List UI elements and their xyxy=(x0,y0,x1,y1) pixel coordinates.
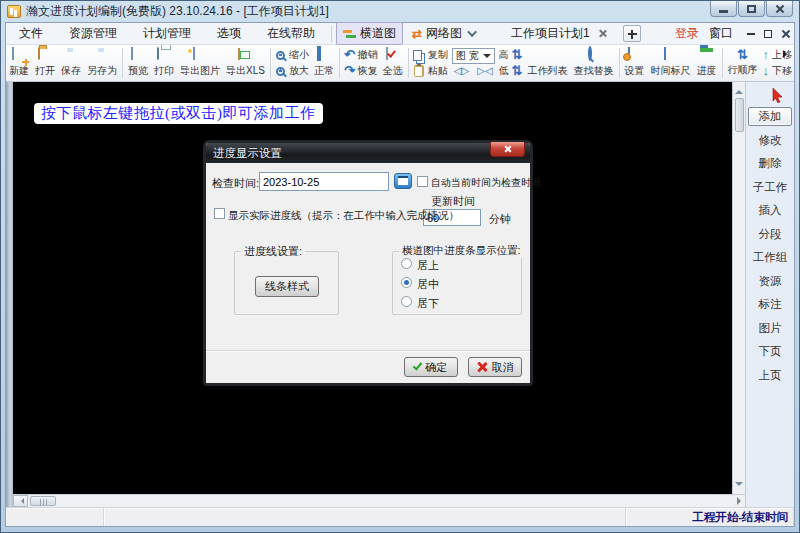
sidebar-image-button[interactable]: 图片 xyxy=(748,319,792,338)
network-diagram-icon: ⇄ xyxy=(412,27,422,41)
close-icon xyxy=(504,145,512,153)
dialog-title-bar[interactable]: 进度显示设置 xyxy=(206,143,530,163)
zoom-in-button[interactable]: 放大 xyxy=(275,63,309,79)
status-segment xyxy=(104,508,626,526)
check-time-input[interactable] xyxy=(259,172,389,191)
actual-line-checkbox[interactable] xyxy=(214,208,225,219)
search-icon xyxy=(588,46,592,61)
paste-button[interactable]: 粘贴 xyxy=(413,63,448,79)
time-ruler-button[interactable]: 时间标尺 xyxy=(648,45,694,81)
maximize-button[interactable] xyxy=(738,1,765,17)
sidebar-resource-button[interactable]: 资源 xyxy=(748,272,792,291)
horizontal-scrollbar[interactable] xyxy=(13,494,745,507)
radio-position-top[interactable] xyxy=(401,258,412,269)
print-button[interactable]: 打印 xyxy=(151,45,177,81)
ok-button[interactable]: 确定 xyxy=(404,357,458,377)
scroll-down-icon[interactable] xyxy=(735,482,743,490)
menu-help[interactable]: 在线帮助 xyxy=(254,23,328,44)
width-shrink-button[interactable]: ▷◁ xyxy=(477,65,492,79)
image-icon xyxy=(193,47,195,60)
work-list-button[interactable]: 工作列表 xyxy=(525,45,571,81)
scroll-up-icon[interactable] xyxy=(735,86,743,94)
auto-time-checkbox[interactable] xyxy=(417,176,428,187)
normal-zoom-icon xyxy=(317,46,321,61)
close-button[interactable] xyxy=(766,1,793,17)
new-tab-button[interactable] xyxy=(623,25,641,42)
copy-button[interactable]: 复制 xyxy=(413,47,448,63)
sidebar-next-page-button[interactable]: 下页 xyxy=(748,342,792,361)
chart-width-dropdown[interactable]: 图 宽 xyxy=(452,48,495,64)
row-order-button[interactable]: ⇅行顺序 xyxy=(725,45,761,81)
arrow-up-icon: ↑ xyxy=(763,49,770,61)
sidebar-segment-button[interactable]: 分段 xyxy=(748,225,792,244)
find-replace-button[interactable]: 查找替换 xyxy=(571,45,617,81)
window-menu[interactable]: 窗口 xyxy=(709,25,733,42)
line-style-button[interactable]: 线条样式 xyxy=(255,276,319,297)
sidebar-delete-button[interactable]: 删除 xyxy=(748,154,792,173)
sidebar-modify-button[interactable]: 修改 xyxy=(748,131,792,150)
menu-plan[interactable]: 计划管理 xyxy=(130,23,204,44)
menu-options[interactable]: 选项 xyxy=(204,23,254,44)
sidebar-prev-page-button[interactable]: 上页 xyxy=(748,366,792,385)
sidebar-annotation-button[interactable]: 标注 xyxy=(748,295,792,314)
mdi-close-icon[interactable] xyxy=(781,29,790,38)
horizontal-scroll-thumb[interactable] xyxy=(30,496,56,506)
radio-position-middle[interactable] xyxy=(401,277,412,288)
progress-display-dialog: 进度显示设置 检查时间: 自动当前时间为检查时间 更新时间 分钟 显示实际进度线… xyxy=(203,140,533,386)
preview-button[interactable]: 预览 xyxy=(125,45,151,81)
toolbar-overflow-icon[interactable] xyxy=(783,50,791,58)
ruler-icon xyxy=(664,47,666,60)
redo-button[interactable]: ↷恢复 xyxy=(344,63,378,79)
sidebar-add-button[interactable]: 添加 xyxy=(748,107,792,126)
vertical-scrollbar[interactable] xyxy=(732,82,745,494)
window-title: 瀚文进度计划编制(免费版) 23.10.24.16 - [工作项目计划1] xyxy=(26,3,329,20)
radio-middle-label: 居中 xyxy=(417,277,439,292)
menu-file[interactable]: 文件 xyxy=(6,23,56,44)
tab-close-icon[interactable] xyxy=(598,29,607,38)
select-all-button[interactable]: 全选 xyxy=(380,45,406,81)
row-height-high-button[interactable]: 高⇅ xyxy=(499,47,523,63)
settings-button[interactable]: 设置 xyxy=(622,45,648,81)
export-image-button[interactable]: 导出图片 xyxy=(177,45,223,81)
minutes-label: 分钟 xyxy=(489,212,511,227)
tab-gantt-view[interactable]: 横道图 xyxy=(336,22,403,45)
width-expand-button[interactable]: ◁▷ xyxy=(454,65,469,79)
zoom-out-icon xyxy=(276,51,285,60)
open-button[interactable]: 打开 xyxy=(32,45,58,81)
new-button[interactable]: 新建 xyxy=(6,45,32,81)
mdi-minimize-icon[interactable] xyxy=(747,33,755,35)
progress-button[interactable]: 进度 xyxy=(694,45,720,81)
mdi-restore-icon[interactable] xyxy=(764,30,772,38)
scroll-right-icon[interactable] xyxy=(737,497,745,505)
line-settings-label: 进度线设置: xyxy=(241,244,305,259)
left-splitter[interactable] xyxy=(6,82,13,507)
document-tab[interactable]: 工作项目计划1 xyxy=(485,25,617,42)
minimize-button[interactable] xyxy=(710,1,737,17)
scroll-left-button[interactable] xyxy=(13,495,28,507)
dialog-close-button[interactable] xyxy=(490,142,525,157)
sidebar-insert-button[interactable]: 插入 xyxy=(748,201,792,220)
sidebar-workgroup-button[interactable]: 工作组 xyxy=(748,248,792,267)
move-down-button[interactable]: ↓下移 xyxy=(763,63,793,79)
tab-network-view[interactable]: ⇄ 网络图 xyxy=(405,22,484,45)
app-icon xyxy=(7,5,21,18)
zoom-normal-button[interactable]: 正常 xyxy=(311,45,337,81)
vertical-scroll-thumb[interactable] xyxy=(735,98,744,132)
canvas-hint: 按下鼠标左键拖拉(或双击)即可添加工作 xyxy=(34,103,323,124)
save-button[interactable]: 保存 xyxy=(58,45,84,81)
sidebar-subtask-button[interactable]: 子工作 xyxy=(748,178,792,197)
radio-position-bottom[interactable] xyxy=(401,296,412,307)
arrow-down-icon: ↓ xyxy=(763,65,770,77)
export-xls-button[interactable]: 导出XLS xyxy=(223,45,268,81)
row-height-low-button[interactable]: 低⇅ xyxy=(499,63,523,79)
undo-button[interactable]: ↶撤销 xyxy=(344,47,378,63)
zoom-out-button[interactable]: 缩小 xyxy=(275,47,309,63)
menu-bar: 文件 资源管理 计划管理 选项 在线帮助 横道图 ⇄ 网络图 工作项目计划1 登… xyxy=(6,23,794,45)
login-link[interactable]: 登录 xyxy=(675,25,699,42)
calendar-button[interactable] xyxy=(394,173,412,189)
cancel-button[interactable]: 取消 xyxy=(468,357,522,377)
save-as-button[interactable]: 另存为 xyxy=(84,45,120,81)
xls-icon xyxy=(238,48,240,60)
height-down-icon: ⇅ xyxy=(512,65,523,77)
menu-resource[interactable]: 资源管理 xyxy=(56,23,130,44)
